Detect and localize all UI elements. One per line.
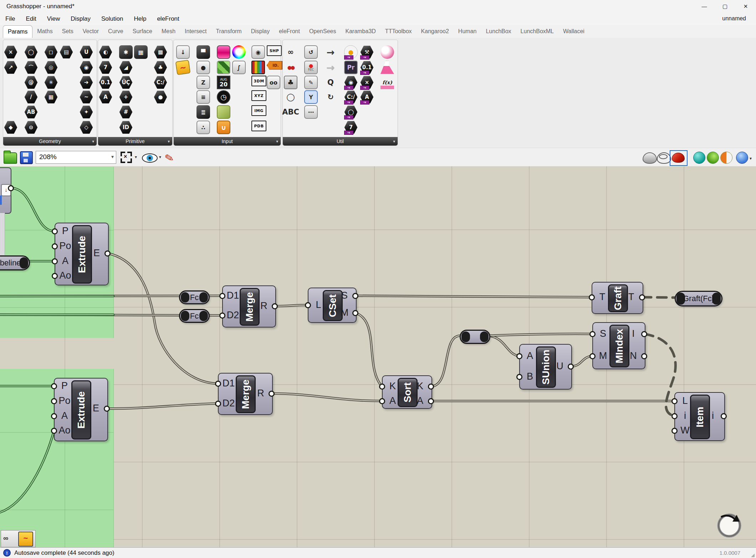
group-collapse-icon[interactable]: ▾	[92, 137, 94, 146]
port-in-l[interactable]	[305, 302, 311, 308]
close-button[interactable]: ✕	[735, 0, 756, 13]
tab-transform[interactable]: Transform	[211, 25, 246, 37]
tab-intersect[interactable]: Intersect	[180, 25, 211, 37]
port-in-w[interactable]	[671, 428, 678, 434]
pill-fc[interactable]: Fc	[179, 309, 210, 323]
port-out-e[interactable]	[104, 250, 111, 257]
tab-lunchboxml[interactable]: LunchBoxML	[516, 25, 558, 37]
knob-icon[interactable]: ●	[196, 61, 210, 74]
definition-canvas[interactable]: ↓ ∞ ~ ExtrudePPoAAoEExtrudePPoAAoEMergeD…	[0, 166, 756, 547]
tree-photo-icon[interactable]: ♣	[284, 76, 297, 89]
eyes-icon[interactable]: oo	[267, 76, 280, 89]
port-in-a[interactable]	[516, 353, 522, 359]
zoom-dropdown-icon[interactable]: ▾	[111, 154, 114, 159]
zoom-combobox[interactable]: 208% ▾	[36, 151, 116, 164]
atom-icon[interactable]: ◉	[251, 45, 265, 59]
port-out-m[interactable]	[352, 310, 358, 316]
pin-teal-icon[interactable]	[693, 152, 705, 164]
port-out-e[interactable]	[104, 406, 110, 412]
maximize-button[interactable]: ▢	[715, 0, 735, 13]
half-sphere-icon[interactable]	[720, 152, 732, 164]
port-in-d2[interactable]	[219, 313, 225, 319]
read-file-icon[interactable]: ≣	[196, 105, 210, 119]
scribble-selected-icon[interactable]: ~	[18, 532, 33, 547]
tab-human[interactable]: Human	[454, 25, 481, 37]
no-preview-icon[interactable]	[643, 152, 657, 164]
import-coordinates-icon[interactable]: XYZ	[251, 90, 266, 101]
sketch-pen-icon[interactable]: ✎	[164, 151, 175, 165]
point-list-icon[interactable]: ∴	[196, 121, 210, 134]
cherries-icon[interactable]: ●●	[284, 61, 297, 74]
tab-sets[interactable]: Sets	[57, 25, 78, 37]
tab-kangaroo2[interactable]: Kangaroo2	[417, 25, 454, 37]
import-geometry-icon[interactable]	[217, 105, 230, 119]
port-out-i[interactable]	[721, 413, 727, 419]
arrow-light-icon[interactable]: →	[324, 61, 337, 74]
tab-elefront[interactable]: eleFront	[274, 25, 305, 37]
import-shp-icon[interactable]: SHP	[267, 45, 282, 56]
colour-wheel-icon[interactable]	[232, 45, 246, 59]
open-file-icon[interactable]	[4, 152, 17, 164]
port-out-n[interactable]	[641, 353, 647, 359]
refresh-icon[interactable]: ↻	[324, 90, 337, 104]
port-out-r[interactable]	[269, 391, 275, 397]
port-out-r[interactable]	[272, 303, 278, 309]
swirl-pink-icon[interactable]	[380, 45, 394, 59]
menu-help[interactable]: Help	[128, 13, 152, 25]
port-out-t[interactable]	[639, 294, 645, 300]
port-in-m[interactable]	[589, 353, 596, 359]
zoom-extents-dropdown-icon[interactable]: ▾	[135, 154, 137, 159]
clock-icon[interactable]: ◷	[217, 90, 230, 104]
port-in-a[interactable]	[52, 258, 58, 264]
port-in-d2[interactable]	[215, 401, 221, 407]
function-icon[interactable]: f(x)	[380, 76, 394, 89]
object-id-icon[interactable]: ID.	[267, 61, 282, 70]
group-collapse-icon[interactable]: ▾	[393, 137, 395, 146]
abc-icon[interactable]: ABC	[284, 105, 297, 119]
preview-dropdown-icon[interactable]: ▾	[159, 154, 161, 159]
port-out-k[interactable]	[428, 384, 434, 390]
zip-icon[interactable]: Y	[304, 90, 318, 104]
import-button-icon[interactable]: ↓	[176, 45, 190, 59]
premiere-icon[interactable]: Pr	[344, 61, 358, 74]
port-in-i[interactable]	[671, 413, 678, 419]
tab-opensees[interactable]: OpenSees	[305, 25, 341, 37]
pill-beline[interactable]: beline	[0, 255, 30, 270]
relay-node[interactable]	[460, 330, 490, 344]
marker-icon[interactable]: ✎	[304, 76, 318, 89]
pill-graft-fc-[interactable]: Graft(Fc)	[675, 291, 722, 306]
spectacles-icon[interactable]: ∞	[3, 534, 8, 542]
port-in-a[interactable]	[51, 413, 57, 419]
import-3dm-icon[interactable]: 3DM	[251, 76, 266, 86]
port-in-ao[interactable]	[51, 428, 57, 434]
tab-karamba3d[interactable]: Karamba3D	[341, 25, 380, 37]
port-in-b[interactable]	[516, 374, 522, 380]
resize-grip[interactable]: ◢	[751, 552, 755, 558]
zoom-extents-icon[interactable]: ×	[121, 152, 132, 163]
wireframe-preview-icon[interactable]	[657, 152, 671, 164]
tab-surface[interactable]: Surface	[128, 25, 157, 37]
menu-edit[interactable]: Edit	[20, 13, 41, 25]
port-out-i[interactable]	[641, 331, 647, 337]
pill-fc[interactable]: Fc	[179, 290, 210, 304]
jump-icon[interactable]: Z	[196, 76, 210, 89]
port-in-po[interactable]	[52, 243, 58, 249]
group-label-geometry[interactable]: Geometry▾	[3, 137, 97, 146]
tab-wallacei[interactable]: Wallacei	[558, 25, 589, 37]
port-in-ao[interactable]	[52, 273, 58, 279]
group-collapse-icon[interactable]: ▾	[276, 137, 278, 146]
tab-display[interactable]: Display	[246, 25, 274, 37]
ring-icon[interactable]: ◯	[284, 90, 297, 104]
group-label-input[interactable]: Input▾	[174, 137, 281, 146]
menu-elefront[interactable]: eleFront	[152, 13, 184, 25]
tab-tttoolbox[interactable]: TTToolbox	[380, 25, 417, 37]
port-in-l[interactable]	[671, 398, 678, 404]
calendar-icon[interactable]: AUG20	[217, 76, 230, 89]
import-pdb-icon[interactable]: PDB	[251, 121, 266, 131]
group-label-util[interactable]: Util▾	[283, 137, 398, 146]
tab-mesh[interactable]: Mesh	[157, 25, 180, 37]
spectacles-icon[interactable]: ∞	[284, 45, 297, 59]
group-label-primitive[interactable]: Primitive▾	[98, 137, 172, 146]
port-in-k[interactable]	[379, 384, 385, 390]
blue-sphere-icon[interactable]	[736, 152, 748, 164]
